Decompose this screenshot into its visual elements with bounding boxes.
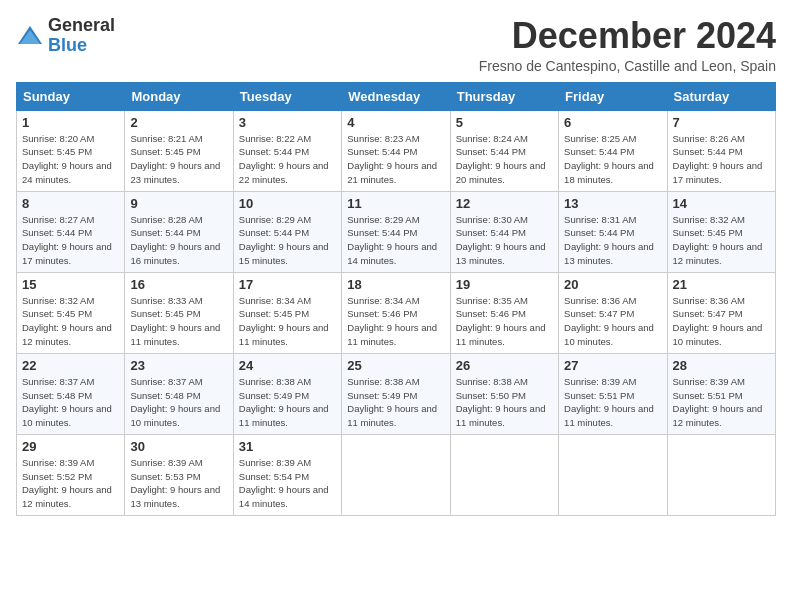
day-number: 18 — [347, 277, 444, 292]
day-number: 31 — [239, 439, 336, 454]
day-detail: Sunrise: 8:35 AM Sunset: 5:46 PM Dayligh… — [456, 294, 553, 349]
day-number: 3 — [239, 115, 336, 130]
calendar-cell: 16Sunrise: 8:33 AM Sunset: 5:45 PM Dayli… — [125, 272, 233, 353]
day-detail: Sunrise: 8:23 AM Sunset: 5:44 PM Dayligh… — [347, 132, 444, 187]
day-number: 10 — [239, 196, 336, 211]
day-detail: Sunrise: 8:24 AM Sunset: 5:44 PM Dayligh… — [456, 132, 553, 187]
day-detail: Sunrise: 8:32 AM Sunset: 5:45 PM Dayligh… — [673, 213, 770, 268]
calendar-cell: 30Sunrise: 8:39 AM Sunset: 5:53 PM Dayli… — [125, 434, 233, 515]
day-detail: Sunrise: 8:29 AM Sunset: 5:44 PM Dayligh… — [239, 213, 336, 268]
calendar-cell: 14Sunrise: 8:32 AM Sunset: 5:45 PM Dayli… — [667, 191, 775, 272]
calendar-cell: 10Sunrise: 8:29 AM Sunset: 5:44 PM Dayli… — [233, 191, 341, 272]
header-sunday: Sunday — [17, 82, 125, 110]
calendar-cell: 20Sunrise: 8:36 AM Sunset: 5:47 PM Dayli… — [559, 272, 667, 353]
day-detail: Sunrise: 8:34 AM Sunset: 5:46 PM Dayligh… — [347, 294, 444, 349]
day-number: 22 — [22, 358, 119, 373]
calendar-week-2: 8Sunrise: 8:27 AM Sunset: 5:44 PM Daylig… — [17, 191, 776, 272]
calendar-body: 1Sunrise: 8:20 AM Sunset: 5:45 PM Daylig… — [17, 110, 776, 515]
calendar-week-5: 29Sunrise: 8:39 AM Sunset: 5:52 PM Dayli… — [17, 434, 776, 515]
day-detail: Sunrise: 8:39 AM Sunset: 5:52 PM Dayligh… — [22, 456, 119, 511]
day-detail: Sunrise: 8:29 AM Sunset: 5:44 PM Dayligh… — [347, 213, 444, 268]
day-number: 4 — [347, 115, 444, 130]
day-detail: Sunrise: 8:33 AM Sunset: 5:45 PM Dayligh… — [130, 294, 227, 349]
logo-general: General — [48, 15, 115, 35]
calendar-cell: 8Sunrise: 8:27 AM Sunset: 5:44 PM Daylig… — [17, 191, 125, 272]
day-number: 6 — [564, 115, 661, 130]
day-number: 17 — [239, 277, 336, 292]
day-number: 12 — [456, 196, 553, 211]
day-detail: Sunrise: 8:30 AM Sunset: 5:44 PM Dayligh… — [456, 213, 553, 268]
logo-blue: Blue — [48, 35, 87, 55]
calendar-cell: 6Sunrise: 8:25 AM Sunset: 5:44 PM Daylig… — [559, 110, 667, 191]
calendar-cell: 4Sunrise: 8:23 AM Sunset: 5:44 PM Daylig… — [342, 110, 450, 191]
day-number: 24 — [239, 358, 336, 373]
logo-text: General Blue — [48, 16, 115, 56]
day-detail: Sunrise: 8:39 AM Sunset: 5:53 PM Dayligh… — [130, 456, 227, 511]
day-detail: Sunrise: 8:36 AM Sunset: 5:47 PM Dayligh… — [673, 294, 770, 349]
calendar-cell: 28Sunrise: 8:39 AM Sunset: 5:51 PM Dayli… — [667, 353, 775, 434]
day-number: 7 — [673, 115, 770, 130]
calendar-cell: 17Sunrise: 8:34 AM Sunset: 5:45 PM Dayli… — [233, 272, 341, 353]
calendar-cell: 13Sunrise: 8:31 AM Sunset: 5:44 PM Dayli… — [559, 191, 667, 272]
calendar-cell: 24Sunrise: 8:38 AM Sunset: 5:49 PM Dayli… — [233, 353, 341, 434]
day-detail: Sunrise: 8:38 AM Sunset: 5:49 PM Dayligh… — [347, 375, 444, 430]
day-number: 14 — [673, 196, 770, 211]
day-detail: Sunrise: 8:37 AM Sunset: 5:48 PM Dayligh… — [22, 375, 119, 430]
calendar-cell: 18Sunrise: 8:34 AM Sunset: 5:46 PM Dayli… — [342, 272, 450, 353]
day-detail: Sunrise: 8:34 AM Sunset: 5:45 PM Dayligh… — [239, 294, 336, 349]
day-detail: Sunrise: 8:21 AM Sunset: 5:45 PM Dayligh… — [130, 132, 227, 187]
calendar-cell: 9Sunrise: 8:28 AM Sunset: 5:44 PM Daylig… — [125, 191, 233, 272]
day-detail: Sunrise: 8:20 AM Sunset: 5:45 PM Dayligh… — [22, 132, 119, 187]
calendar-cell: 23Sunrise: 8:37 AM Sunset: 5:48 PM Dayli… — [125, 353, 233, 434]
month-title: December 2024 — [479, 16, 776, 56]
calendar-cell: 29Sunrise: 8:39 AM Sunset: 5:52 PM Dayli… — [17, 434, 125, 515]
calendar-week-3: 15Sunrise: 8:32 AM Sunset: 5:45 PM Dayli… — [17, 272, 776, 353]
calendar-cell: 25Sunrise: 8:38 AM Sunset: 5:49 PM Dayli… — [342, 353, 450, 434]
day-number: 21 — [673, 277, 770, 292]
header-wednesday: Wednesday — [342, 82, 450, 110]
header-monday: Monday — [125, 82, 233, 110]
day-detail: Sunrise: 8:22 AM Sunset: 5:44 PM Dayligh… — [239, 132, 336, 187]
day-number: 26 — [456, 358, 553, 373]
header-thursday: Thursday — [450, 82, 558, 110]
calendar-cell — [450, 434, 558, 515]
day-detail: Sunrise: 8:38 AM Sunset: 5:49 PM Dayligh… — [239, 375, 336, 430]
calendar-table: SundayMondayTuesdayWednesdayThursdayFrid… — [16, 82, 776, 516]
calendar-cell: 15Sunrise: 8:32 AM Sunset: 5:45 PM Dayli… — [17, 272, 125, 353]
day-number: 1 — [22, 115, 119, 130]
day-detail: Sunrise: 8:38 AM Sunset: 5:50 PM Dayligh… — [456, 375, 553, 430]
day-number: 20 — [564, 277, 661, 292]
calendar-cell: 2Sunrise: 8:21 AM Sunset: 5:45 PM Daylig… — [125, 110, 233, 191]
day-number: 28 — [673, 358, 770, 373]
day-detail: Sunrise: 8:32 AM Sunset: 5:45 PM Dayligh… — [22, 294, 119, 349]
location-subtitle: Fresno de Cantespino, Castille and Leon,… — [479, 58, 776, 74]
day-detail: Sunrise: 8:26 AM Sunset: 5:44 PM Dayligh… — [673, 132, 770, 187]
calendar-cell: 19Sunrise: 8:35 AM Sunset: 5:46 PM Dayli… — [450, 272, 558, 353]
calendar-cell: 22Sunrise: 8:37 AM Sunset: 5:48 PM Dayli… — [17, 353, 125, 434]
day-detail: Sunrise: 8:31 AM Sunset: 5:44 PM Dayligh… — [564, 213, 661, 268]
day-number: 8 — [22, 196, 119, 211]
calendar-week-4: 22Sunrise: 8:37 AM Sunset: 5:48 PM Dayli… — [17, 353, 776, 434]
logo: General Blue — [16, 16, 115, 56]
calendar-cell: 12Sunrise: 8:30 AM Sunset: 5:44 PM Dayli… — [450, 191, 558, 272]
title-area: December 2024 Fresno de Cantespino, Cast… — [479, 16, 776, 74]
day-detail: Sunrise: 8:28 AM Sunset: 5:44 PM Dayligh… — [130, 213, 227, 268]
day-number: 16 — [130, 277, 227, 292]
day-number: 25 — [347, 358, 444, 373]
day-number: 27 — [564, 358, 661, 373]
calendar-cell — [559, 434, 667, 515]
day-number: 15 — [22, 277, 119, 292]
header-tuesday: Tuesday — [233, 82, 341, 110]
day-detail: Sunrise: 8:39 AM Sunset: 5:51 PM Dayligh… — [673, 375, 770, 430]
day-number: 13 — [564, 196, 661, 211]
calendar-cell — [342, 434, 450, 515]
day-detail: Sunrise: 8:27 AM Sunset: 5:44 PM Dayligh… — [22, 213, 119, 268]
calendar-cell: 21Sunrise: 8:36 AM Sunset: 5:47 PM Dayli… — [667, 272, 775, 353]
header-saturday: Saturday — [667, 82, 775, 110]
calendar-cell: 1Sunrise: 8:20 AM Sunset: 5:45 PM Daylig… — [17, 110, 125, 191]
page-header: General Blue December 2024 Fresno de Can… — [16, 16, 776, 74]
day-number: 9 — [130, 196, 227, 211]
day-detail: Sunrise: 8:25 AM Sunset: 5:44 PM Dayligh… — [564, 132, 661, 187]
day-number: 29 — [22, 439, 119, 454]
calendar-week-1: 1Sunrise: 8:20 AM Sunset: 5:45 PM Daylig… — [17, 110, 776, 191]
